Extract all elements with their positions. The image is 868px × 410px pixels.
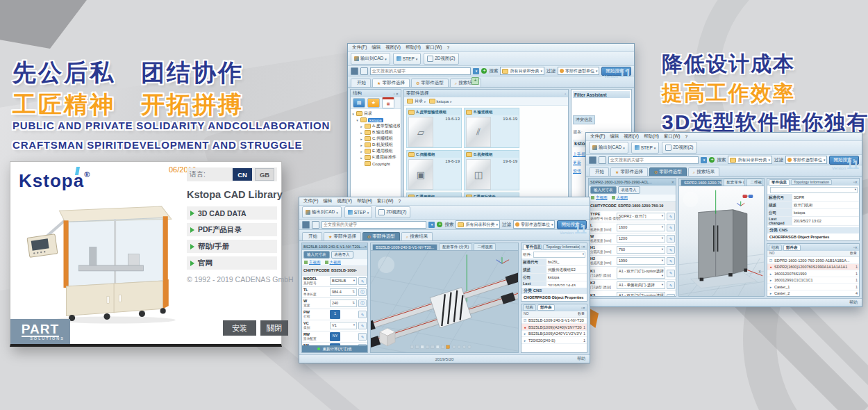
menu-item[interactable]: 视图(V) [337,198,352,204]
tree-node[interactable]: ▸A.皮带型输送模组 [351,123,400,129]
cabinet-3d-viewport[interactable]: X [678,186,765,297]
main-view-link[interactable]: 主视图 [591,195,608,200]
parameter-value[interactable]: A1 - 双开门(门)-option选择 [617,268,665,279]
parameter-value[interactable]: 1200 [617,235,665,243]
parts-list-tab[interactable]: 部件表 [537,304,555,311]
parts-list-row[interactable]: ▸Caster_24 [767,290,859,296]
ribbon-tab[interactable]: ⌕搜索结果 [688,167,719,176]
menu-item[interactable]: 帮助(H) [357,198,372,204]
table-import-tab[interactable]: 表格导入 [331,251,353,259]
close-button[interactable]: 關閉 [260,320,288,336]
menu-item[interactable]: ? [398,199,401,204]
expander-icon[interactable]: ▾ [351,112,355,116]
dialog-menu-item[interactable]: PDF产品目录 [187,223,277,236]
part-info-tab[interactable]: 零件信息 [769,179,790,186]
search-dropdown-icon[interactable]: ▾ [701,157,707,163]
parameter-row[interactable]: H2机箱高度 [mm]1990✎ [589,256,676,267]
edit-icon[interactable]: ✎ [667,270,675,277]
search-input[interactable] [322,221,426,229]
favorites-icon[interactable]: ★ [367,98,380,108]
parts-list-row[interactable]: ▸1600120076S19901 [767,270,859,277]
install-button[interactable]: 安装 [223,320,256,336]
parameter-value[interactable]: A1 - 双开门(门)-option选择 [617,292,665,296]
tree-node[interactable]: ▸C.伺服模组 [351,136,400,142]
parameter-row[interactable]: K2门2选型 [类别]A1 - 单侧柜内门-选择✎ [589,280,676,291]
parts-list-row[interactable]: ☑SDPR2-1600-1200-760-1990-A1B1A1B1A... [767,257,859,264]
menu-item[interactable]: 视图(V) [624,133,639,140]
panel-controls-icon[interactable]: ▫ [565,92,566,96]
parameter-value[interactable]: 240 [330,300,357,307]
tree-node[interactable]: ▸F.通用标准件 [351,154,400,161]
add-search-icon[interactable]: + [437,222,442,227]
menu-item[interactable]: 编辑 [372,44,381,51]
component-select[interactable] [533,252,585,258]
help-link[interactable]: 帮助 [577,356,585,362]
catalog-card[interactable]: A.皮带型输送模组▱19-6-13 [406,108,462,148]
catalogs-icon[interactable]: ▤ [353,98,365,108]
start-search-button[interactable]: 開始搜索▾ [601,67,631,76]
menu-item[interactable]: ? [685,134,687,139]
tree-node[interactable]: ▸D.机架模组 [351,142,400,148]
parameter-row[interactable]: RW滑块配置NY✎ [302,331,367,343]
menu-item[interactable]: ? [446,45,449,50]
parts-list-row[interactable]: ☑BS25LB-1009-240-S-V1-NY-T20L-020L [521,318,587,325]
document-tab[interactable]: 二维视图 [746,179,762,186]
step-format-button[interactable]: STEP▾ [393,53,422,65]
menu-item[interactable]: 文件(F) [590,133,605,140]
parts-list-row[interactable]: ▸Caster_11 [767,284,859,290]
parameter-row[interactable]: CHI/TYPCODESDPR2-1600-1200-760-19 [589,202,676,211]
search-input[interactable] [608,156,699,164]
add-tab-button[interactable]: + [471,77,479,85]
parameter-value[interactable]: 760 [617,246,665,254]
scope-select[interactable]: 所有目录和分类▾ [456,220,500,229]
input-dimensions-tab[interactable]: 输入尺寸表 [590,186,617,194]
parameter-row[interactable]: K3门3选型 [类别]A1 - 双开门(门)-option选择✎ [589,291,676,296]
unit-select[interactable]: 零部件选型单位▾ [513,220,556,229]
menu-item[interactable]: 编辑 [323,198,332,204]
parameter-value[interactable]: 984.4 [330,288,357,296]
panel-controls-icon[interactable]: ▫ ✕ [394,92,399,96]
menu-item[interactable]: 窗口(W) [377,198,393,204]
parameter-row[interactable]: K1门1选型 [类别]A1 - 双开门(门)-option选择✎ [589,267,676,280]
parameter-value[interactable]: 1600 [617,224,665,231]
parts-list-tab[interactable]: 部件表 [783,245,801,251]
ribbon-tab[interactable]: ⚙零部件选型 [362,232,400,240]
parameter-value[interactable]: BS25LB [330,277,357,285]
parameter-value[interactable]: 1 [330,310,340,319]
parts-list-row[interactable]: ▸160012991C1C1C1C11 [767,277,859,284]
table-import-tab[interactable]: 表格导入 [618,186,640,194]
document-tab[interactable]: BS25LB-1009-240-S-V1-NY-T20... [372,244,437,250]
unit-select[interactable]: 零部件选型单位▾ [558,67,600,75]
language-gb-button[interactable]: GB [255,168,274,181]
search-options-icon[interactable] [360,67,368,75]
edit-icon[interactable]: ✎ [358,333,367,341]
document-tab[interactable]: SDPR2-1600-1200-760-1990-ACL... [681,179,722,186]
large-view-link[interactable]: 大视图 [612,195,628,200]
add-search-icon[interactable]: + [709,157,715,163]
menu-item[interactable]: 帮助(H) [406,44,421,51]
parameter-value[interactable]: V1 [330,322,357,329]
ribbon-tab[interactable]: ⚙零部件选型 [649,167,687,176]
parameter-value[interactable]: 1990 [617,257,665,265]
ribbon-tab[interactable]: 开始 [302,232,322,240]
parameter-row[interactable]: H1分隔高度 [mm]760✎ [589,245,676,256]
panel-close-icon[interactable]: ✕ [671,180,674,184]
add-search-icon[interactable]: + [481,68,487,74]
search-input[interactable] [370,67,471,75]
start-search-button[interactable]: 開始搜索▾ [829,156,859,165]
component-select[interactable] [770,187,858,193]
parameter-row[interactable]: L机箱长度 [mm]1600✎ [589,222,676,233]
step-format-button[interactable]: STEP▾ [631,142,660,154]
edit-icon[interactable]: ✎ [667,235,675,243]
breadcrumb-item[interactable]: 目录▸ [407,98,426,104]
main-view-link[interactable]: 主视图 [304,260,321,265]
topology-tab[interactable]: Topology Information [543,244,580,249]
parts-list-row[interactable]: ▸BS25LB(1009)A240'V1'V2'V3'V4'V5'N...1 [521,331,587,338]
edit-icon[interactable]: ✎ [667,294,675,296]
recalculate-bar[interactable]: 重新计算(尺寸)值 [302,345,367,352]
search-options-icon[interactable] [599,156,606,164]
catalog-card[interactable]: D.机架模组◫19-6-19 [464,150,519,190]
conflict-info-tab[interactable]: 冲突信息 [573,115,595,124]
parts-list-row[interactable]: ▸T20/020(240-S)1 [521,337,587,344]
document-tab[interactable]: 配套零件 (分类) [439,243,472,250]
